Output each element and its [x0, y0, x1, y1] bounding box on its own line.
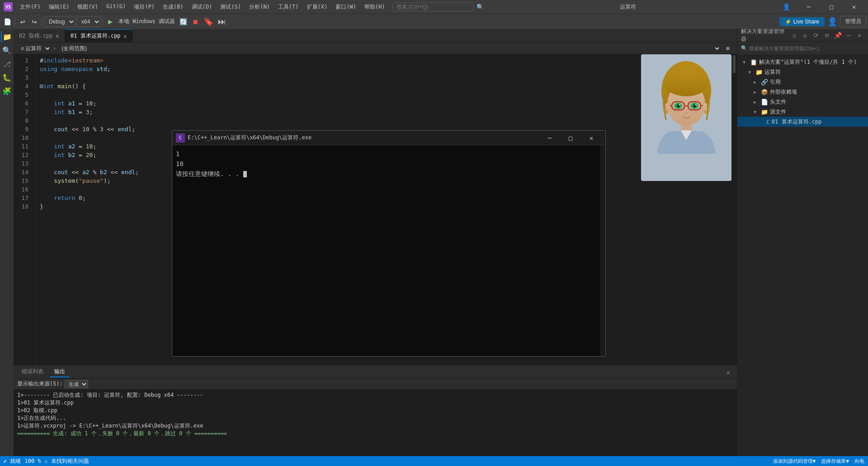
panel-home-icon[interactable]: ⌂	[789, 30, 799, 40]
platform-dropdown[interactable]: x64	[76, 16, 101, 27]
split-editor-icon[interactable]: ⊞	[722, 43, 733, 54]
run-button[interactable]: ▶	[105, 16, 116, 27]
bottom-panel-toolbar: ✕	[723, 367, 733, 377]
panel-sync-icon[interactable]: ↻	[800, 30, 810, 40]
solution-search-icon: 🔍	[741, 45, 747, 51]
status-problems: ⚠ 未找到相关问题	[45, 457, 89, 465]
global-search-input[interactable]	[392, 2, 474, 11]
console-minimize-button[interactable]: ─	[539, 131, 560, 145]
tab-take-mod[interactable]: 02 取模.cpp ✕	[14, 29, 65, 42]
solution-explorer-header: 解决方案资源管理器 ⌂ ↻ ⟳ ⊟ 📌 ⋯ ✕	[737, 29, 868, 42]
menu-extensions[interactable]: 扩展(X)	[303, 2, 331, 12]
minimize-button[interactable]: ─	[798, 0, 819, 14]
code-line-4: ⊟int main() {	[40, 82, 728, 90]
breadcrumb-separator: ›	[53, 45, 56, 52]
stop-icon[interactable]: ⏹	[190, 16, 201, 27]
tree-source-files[interactable]: ▼ 📁 源文件	[737, 107, 868, 117]
console-maximize-button[interactable]: □	[560, 131, 581, 145]
output-line-5: 1>运算符.vcxproj -> E:\C++_Learn\运算符\x64\De…	[17, 422, 733, 430]
undo-icon[interactable]: ↩	[17, 16, 28, 27]
restart-icon[interactable]: 🔄	[178, 16, 189, 27]
tab-close-take-mod[interactable]: ✕	[56, 32, 59, 39]
step-over-icon[interactable]: ⏭	[216, 16, 228, 27]
console-scrollbar[interactable]	[600, 145, 605, 356]
admin-button[interactable]: 管理员	[840, 16, 866, 27]
account-icon[interactable]: 👤	[776, 0, 797, 14]
activity-git[interactable]: ⎇	[1, 58, 13, 70]
editor-scrollbar[interactable]	[731, 54, 737, 366]
tree-references[interactable]: ▶ 🔗 引用	[737, 77, 868, 87]
solution-explorer-panel: 解决方案资源管理器 ⌂ ↻ ⟳ ⊟ 📌 ⋯ ✕ 🔍 ▼	[737, 29, 868, 456]
menu-file[interactable]: 文件(F)	[16, 2, 44, 12]
menu-view[interactable]: 视图(V)	[74, 2, 102, 12]
svg-point-16	[679, 105, 680, 106]
panel-refresh-icon[interactable]: ⟳	[811, 30, 821, 40]
editor-and-bottom: 02 取模.cpp ✕ 01 算术运算符.cpp ✕ ≡ 运算符 › (全局范围…	[14, 29, 737, 456]
code-line-3	[40, 73, 728, 82]
menu-help[interactable]: 帮助(H)	[361, 2, 389, 12]
references-label: 引用	[770, 78, 781, 86]
vs-logo: VS	[4, 2, 13, 11]
editor-wrapper: 12345 678910 1112131415 161718 #include<…	[14, 54, 737, 366]
output-line-6: ========== 生成: 成功 1 个，失败 0 个，最新 0 个，跳过 0…	[17, 430, 733, 437]
live-share-button[interactable]: ⚡ Live Share	[779, 17, 825, 26]
debug-config-dropdown[interactable]: Debug	[44, 16, 75, 27]
status-add-source[interactable]: 添加到源代码管理▼	[773, 458, 816, 465]
header-files-icon: 📄	[761, 99, 768, 105]
solution-search-input[interactable]	[749, 46, 864, 51]
code-line-7: int b1 = 3;	[40, 108, 728, 116]
close-button[interactable]: ✕	[844, 0, 864, 14]
console-window: C E:\C++_Learn\运算符\x64\Debug\运算符.exe ─ □…	[172, 130, 606, 357]
svg-point-17	[695, 105, 697, 106]
activity-search[interactable]: 🔍	[1, 44, 13, 56]
tab-close-arithmetic[interactable]: ✕	[123, 33, 127, 40]
status-select-repo[interactable]: 选择存储库▼	[821, 458, 849, 465]
cpp-file-label: 01 算术运算符.cpp	[772, 118, 822, 126]
console-output-1: 1	[176, 149, 602, 159]
menu-test[interactable]: 测试(S)	[217, 2, 245, 12]
tab-error-list[interactable]: 错误列表	[17, 367, 48, 377]
activity-debug[interactable]: 🐛	[1, 71, 13, 83]
tree-header-files[interactable]: ▶ 📄 头文件	[737, 97, 868, 107]
bookmark-icon[interactable]: 🔖	[202, 16, 215, 27]
clear-output-icon[interactable]: ✕	[723, 367, 733, 377]
menu-tools[interactable]: 工具(T)	[274, 2, 302, 12]
tree-external-deps[interactable]: ▶ 📦 外部依赖项	[737, 87, 868, 97]
panel-more-icon[interactable]: ⋯	[844, 30, 854, 40]
output-source-dropdown[interactable]: 生成	[65, 380, 88, 388]
code-line-1: #include<iostream>	[40, 56, 728, 65]
redo-icon[interactable]: ↪	[29, 16, 40, 27]
tab-output[interactable]: 输出	[50, 367, 70, 377]
maximize-button[interactable]: □	[821, 0, 842, 14]
output-line-1: 1>-------- 已启动生成: 项目: 运算符, 配置: Debug x64…	[17, 391, 733, 399]
live-share-icon: ⚡	[785, 19, 792, 25]
tab-arithmetic[interactable]: 01 算术运算符.cpp ✕	[65, 29, 133, 42]
activity-extensions[interactable]: 🧩	[1, 85, 13, 97]
solution-search-bar: 🔍	[737, 42, 868, 55]
tree-solution-root[interactable]: ▼ 📋 解决方案"运算符"(1 个项目/共 1 个)	[737, 57, 868, 67]
console-close-button[interactable]: ✕	[581, 131, 602, 145]
panel-pin-icon[interactable]: 📌	[833, 30, 843, 40]
menu-project[interactable]: 项目(P)	[130, 2, 158, 12]
account-profile-icon[interactable]: 👤	[826, 16, 839, 27]
title-bar: VS 文件(F) 编辑(E) 视图(V) Git(G) 项目(P) 生成(B) …	[0, 0, 868, 14]
tree-project[interactable]: ▼ 📁 运算符	[737, 67, 868, 77]
menu-bar: 文件(F) 编辑(E) 视图(V) Git(G) 项目(P) 生成(B) 调试(…	[16, 2, 389, 12]
title-bar-search: 🔍	[392, 2, 484, 11]
panel-collapse-icon[interactable]: ⊟	[822, 30, 832, 40]
tree-arrow-deps: ▶	[754, 90, 759, 95]
scope-selector-dropdown[interactable]: (全局范围)	[58, 44, 721, 53]
activity-explorer[interactable]: 📁	[1, 31, 13, 43]
tree-cpp-file[interactable]: ▶ C 01 算术运算符.cpp	[737, 117, 868, 127]
new-file-icon[interactable]: 📄	[2, 16, 13, 27]
file-selector-dropdown[interactable]: ≡ 运算符	[17, 44, 51, 53]
tree-arrow-solution: ▼	[743, 60, 748, 65]
menu-build[interactable]: 生成(B)	[159, 2, 187, 12]
menu-git[interactable]: Git(G)	[103, 2, 129, 12]
menu-edit[interactable]: 编辑(E)	[45, 2, 73, 12]
menu-analyze[interactable]: 分析(N)	[245, 2, 274, 12]
menu-debug[interactable]: 调试(D)	[188, 2, 216, 12]
panel-close-icon[interactable]: ✕	[854, 30, 864, 40]
menu-window[interactable]: 窗口(W)	[332, 2, 360, 12]
output-content: 1>-------- 已启动生成: 项目: 运算符, 配置: Debug x64…	[14, 390, 737, 456]
